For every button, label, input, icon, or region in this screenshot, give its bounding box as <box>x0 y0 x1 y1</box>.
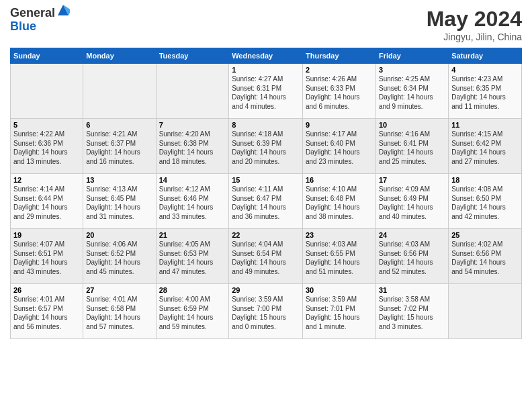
calendar-cell <box>449 284 522 339</box>
day-content: Sunrise: 4:22 AM Sunset: 6:36 PM Dayligh… <box>13 130 80 166</box>
calendar-cell: 4Sunrise: 4:23 AM Sunset: 6:35 PM Daylig… <box>449 64 522 119</box>
calendar-cell: 11Sunrise: 4:15 AM Sunset: 6:42 PM Dayli… <box>449 119 522 174</box>
day-number: 15 <box>232 176 300 184</box>
location: Jingyu, Jilin, China <box>427 32 522 42</box>
day-content: Sunrise: 4:05 AM Sunset: 6:53 PM Dayligh… <box>159 240 226 276</box>
day-content: Sunrise: 4:20 AM Sunset: 6:38 PM Dayligh… <box>159 130 226 166</box>
calendar-cell: 12Sunrise: 4:14 AM Sunset: 6:44 PM Dayli… <box>11 174 83 229</box>
day-number: 11 <box>451 121 519 129</box>
day-number: 6 <box>86 121 152 129</box>
day-content: Sunrise: 3:59 AM Sunset: 7:01 PM Dayligh… <box>306 295 373 331</box>
day-number: 2 <box>306 66 373 74</box>
day-number: 4 <box>451 66 519 74</box>
calendar-cell: 6Sunrise: 4:21 AM Sunset: 6:37 PM Daylig… <box>83 119 156 174</box>
page: General Blue May 2024 Jingyu, Jilin, Chi… <box>0 0 532 411</box>
calendar-cell: 23Sunrise: 4:03 AM Sunset: 6:55 PM Dayli… <box>303 229 376 284</box>
calendar-cell: 19Sunrise: 4:07 AM Sunset: 6:51 PM Dayli… <box>11 229 83 284</box>
day-content: Sunrise: 3:58 AM Sunset: 7:02 PM Dayligh… <box>379 295 445 331</box>
day-content: Sunrise: 4:25 AM Sunset: 6:34 PM Dayligh… <box>379 75 445 111</box>
logo-text: General Blue <box>10 7 70 34</box>
day-number: 29 <box>232 286 300 294</box>
day-content: Sunrise: 4:12 AM Sunset: 6:46 PM Dayligh… <box>159 185 226 221</box>
day-content: Sunrise: 4:04 AM Sunset: 6:54 PM Dayligh… <box>232 240 300 276</box>
day-content: Sunrise: 4:17 AM Sunset: 6:40 PM Dayligh… <box>306 130 373 166</box>
week-row-4: 19Sunrise: 4:07 AM Sunset: 6:51 PM Dayli… <box>11 229 522 284</box>
day-number: 7 <box>159 121 226 129</box>
day-content: Sunrise: 4:16 AM Sunset: 6:41 PM Dayligh… <box>379 130 445 166</box>
week-row-2: 5Sunrise: 4:22 AM Sunset: 6:36 PM Daylig… <box>11 119 522 174</box>
calendar-cell: 31Sunrise: 3:58 AM Sunset: 7:02 PM Dayli… <box>375 284 448 339</box>
day-number: 12 <box>13 176 80 184</box>
day-content: Sunrise: 4:26 AM Sunset: 6:33 PM Dayligh… <box>306 75 373 111</box>
calendar-cell: 22Sunrise: 4:04 AM Sunset: 6:54 PM Dayli… <box>229 229 303 284</box>
calendar-cell: 17Sunrise: 4:09 AM Sunset: 6:49 PM Dayli… <box>375 174 448 229</box>
day-content: Sunrise: 4:10 AM Sunset: 6:48 PM Dayligh… <box>306 185 373 221</box>
calendar-cell: 20Sunrise: 4:06 AM Sunset: 6:52 PM Dayli… <box>83 229 156 284</box>
calendar-cell: 27Sunrise: 4:01 AM Sunset: 6:58 PM Dayli… <box>83 284 156 339</box>
day-content: Sunrise: 3:59 AM Sunset: 7:00 PM Dayligh… <box>232 295 300 331</box>
calendar-cell: 28Sunrise: 4:00 AM Sunset: 6:59 PM Dayli… <box>156 284 229 339</box>
logo-icon <box>56 3 70 17</box>
day-number: 25 <box>451 231 519 239</box>
calendar-cell: 13Sunrise: 4:13 AM Sunset: 6:45 PM Dayli… <box>83 174 156 229</box>
day-content: Sunrise: 4:01 AM Sunset: 6:57 PM Dayligh… <box>13 295 80 331</box>
calendar-cell: 16Sunrise: 4:10 AM Sunset: 6:48 PM Dayli… <box>303 174 376 229</box>
calendar-cell: 18Sunrise: 4:08 AM Sunset: 6:50 PM Dayli… <box>449 174 522 229</box>
header: General Blue May 2024 Jingyu, Jilin, Chi… <box>10 7 522 42</box>
calendar-cell: 25Sunrise: 4:02 AM Sunset: 6:56 PM Dayli… <box>449 229 522 284</box>
logo: General Blue <box>10 7 70 34</box>
calendar-cell <box>11 64 83 119</box>
day-number: 1 <box>232 66 300 74</box>
calendar-cell: 26Sunrise: 4:01 AM Sunset: 6:57 PM Dayli… <box>11 284 83 339</box>
week-row-1: 1Sunrise: 4:27 AM Sunset: 6:31 PM Daylig… <box>11 64 522 119</box>
logo-blue: Blue <box>10 20 70 34</box>
day-number: 5 <box>13 121 80 129</box>
calendar-cell: 9Sunrise: 4:17 AM Sunset: 6:40 PM Daylig… <box>303 119 376 174</box>
month-title: May 2024 <box>427 7 522 32</box>
day-number: 28 <box>159 286 226 294</box>
col-header-saturday: Saturday <box>449 48 522 64</box>
calendar-cell: 10Sunrise: 4:16 AM Sunset: 6:41 PM Dayli… <box>375 119 448 174</box>
day-content: Sunrise: 4:07 AM Sunset: 6:51 PM Dayligh… <box>13 240 80 276</box>
title-block: May 2024 Jingyu, Jilin, China <box>427 7 522 42</box>
day-number: 27 <box>86 286 152 294</box>
day-number: 3 <box>379 66 445 74</box>
col-header-friday: Friday <box>375 48 448 64</box>
day-number: 20 <box>86 231 152 239</box>
col-header-thursday: Thursday <box>303 48 376 64</box>
day-content: Sunrise: 4:06 AM Sunset: 6:52 PM Dayligh… <box>86 240 152 276</box>
calendar-cell: 15Sunrise: 4:11 AM Sunset: 6:47 PM Dayli… <box>229 174 303 229</box>
calendar-cell: 24Sunrise: 4:03 AM Sunset: 6:56 PM Dayli… <box>375 229 448 284</box>
day-content: Sunrise: 4:27 AM Sunset: 6:31 PM Dayligh… <box>232 75 300 111</box>
day-number: 16 <box>306 176 373 184</box>
calendar-cell <box>83 64 156 119</box>
col-header-wednesday: Wednesday <box>229 48 303 64</box>
col-header-tuesday: Tuesday <box>156 48 229 64</box>
col-header-monday: Monday <box>83 48 156 64</box>
day-number: 9 <box>306 121 373 129</box>
day-content: Sunrise: 4:03 AM Sunset: 6:56 PM Dayligh… <box>379 240 445 276</box>
day-number: 8 <box>232 121 300 129</box>
day-content: Sunrise: 4:23 AM Sunset: 6:35 PM Dayligh… <box>451 75 519 111</box>
logo-general: General <box>10 7 55 20</box>
day-number: 22 <box>232 231 300 239</box>
day-content: Sunrise: 4:08 AM Sunset: 6:50 PM Dayligh… <box>451 185 519 221</box>
calendar-cell: 14Sunrise: 4:12 AM Sunset: 6:46 PM Dayli… <box>156 174 229 229</box>
day-number: 10 <box>379 121 445 129</box>
day-number: 26 <box>13 286 80 294</box>
calendar-cell: 7Sunrise: 4:20 AM Sunset: 6:38 PM Daylig… <box>156 119 229 174</box>
day-number: 13 <box>86 176 152 184</box>
week-row-3: 12Sunrise: 4:14 AM Sunset: 6:44 PM Dayli… <box>11 174 522 229</box>
day-number: 30 <box>306 286 373 294</box>
week-row-5: 26Sunrise: 4:01 AM Sunset: 6:57 PM Dayli… <box>11 284 522 339</box>
header-row: SundayMondayTuesdayWednesdayThursdayFrid… <box>11 48 522 64</box>
day-number: 21 <box>159 231 226 239</box>
day-content: Sunrise: 4:18 AM Sunset: 6:39 PM Dayligh… <box>232 130 300 166</box>
calendar-cell: 30Sunrise: 3:59 AM Sunset: 7:01 PM Dayli… <box>303 284 376 339</box>
day-content: Sunrise: 4:14 AM Sunset: 6:44 PM Dayligh… <box>13 185 80 221</box>
calendar-cell: 21Sunrise: 4:05 AM Sunset: 6:53 PM Dayli… <box>156 229 229 284</box>
day-number: 19 <box>13 231 80 239</box>
day-content: Sunrise: 4:13 AM Sunset: 6:45 PM Dayligh… <box>86 185 152 221</box>
day-content: Sunrise: 4:00 AM Sunset: 6:59 PM Dayligh… <box>159 295 226 331</box>
calendar-cell: 1Sunrise: 4:27 AM Sunset: 6:31 PM Daylig… <box>229 64 303 119</box>
